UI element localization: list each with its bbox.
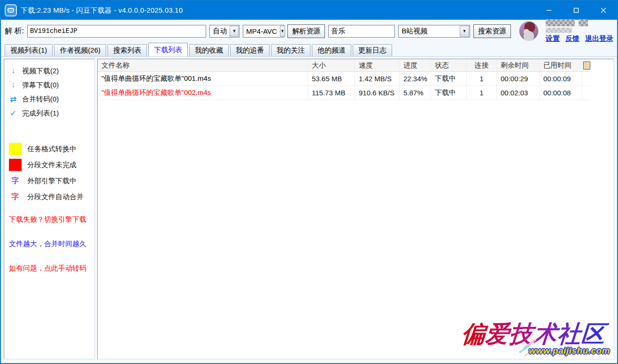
user-avatar[interactable] xyxy=(519,21,539,41)
tab-changelog[interactable]: 更新日志 xyxy=(353,44,392,56)
sidebar-item-label: 合并转码(0) xyxy=(22,95,59,104)
censored-username xyxy=(546,19,613,26)
cell-connections: 1 xyxy=(467,86,497,100)
sidebar-item-label: 视频下载(2) xyxy=(22,67,59,76)
col-connections[interactable]: 连接 xyxy=(467,59,497,71)
parse-label: 解 析: xyxy=(5,26,24,36)
col-speed[interactable]: 速度 xyxy=(355,59,400,71)
legend-item: 字 外部引擎下载中 xyxy=(9,174,90,188)
cell-status: 下载中 xyxy=(431,86,467,100)
cell-status: 下载中 xyxy=(431,72,467,85)
cell-progress: 22.34% xyxy=(400,72,431,85)
col-elapsed[interactable]: 已用时间 xyxy=(540,59,582,71)
logout-link[interactable]: 退出登录 xyxy=(585,34,613,43)
cell-remaining: 00:00:29 xyxy=(497,72,540,85)
download-table: 文件名称 大小 速度 进度 状态 连接 剩余时间 已用时间 "值得单曲循环的宝藏… xyxy=(98,59,590,100)
source-select[interactable]: B站视频 ▼ xyxy=(398,25,470,38)
sidebar-item-video-download[interactable]: ↓ 视频下载(2) xyxy=(9,64,90,78)
cell-elapsed: 00:00:09 xyxy=(540,72,582,85)
cell-speed: 910.6 KB/S xyxy=(355,86,400,100)
user-box: 设置 反馈 退出登录 xyxy=(546,19,613,43)
cell-filename: "值得单曲循环的宝藏歌单"001.m4s xyxy=(98,72,308,85)
app-window: 下载:2.23 MB/s - 闪豆下载器 - v4.0.0.0-2025.03.… xyxy=(0,0,618,364)
col-size[interactable]: 大小 xyxy=(308,59,355,71)
cell-size: 53.65 MB xyxy=(308,72,355,85)
cell-size: 115.73 MB xyxy=(308,86,355,100)
watermark-url: www.paijishu.com xyxy=(529,346,610,356)
watermark-text: 偏爱技术社区 xyxy=(461,322,611,346)
tab-bar: 视频列表(1) 作者视频(26) 搜索列表 下载列表 我的收藏 我的追番 我的关… xyxy=(1,42,617,56)
sidebar: ↓ 视频下载(2) ↓ 弹幕下载(0) ⇄ 合并转码(0) ✓ 完成列表(1) … xyxy=(4,59,95,359)
close-button[interactable] xyxy=(590,1,617,20)
col-remaining[interactable]: 剩余时间 xyxy=(497,59,540,71)
red-char-swatch: 字 xyxy=(9,192,22,202)
sidebar-tips: 下载失败？切换引擎下载 文件越大，合并时间越久 如有问题，点此手动转码 xyxy=(9,215,90,288)
yellow-swatch xyxy=(9,143,22,155)
legend-item: 分段文件未完成 xyxy=(9,158,90,172)
watermark-streaks-decoration xyxy=(517,342,545,356)
tab-search-list[interactable]: 搜索列表 xyxy=(108,44,147,56)
tab-download-list[interactable]: 下载列表 xyxy=(148,43,188,56)
tab-following[interactable]: 我的关注 xyxy=(271,44,310,56)
content-area: ↓ 视频下载(2) ↓ 弹幕下载(0) ⇄ 合并转码(0) ✓ 完成列表(1) … xyxy=(1,56,617,363)
legend-item: 字 分段文件自动合并 xyxy=(9,190,90,204)
sidebar-item-completed-list[interactable]: ✓ 完成列表(1) xyxy=(9,106,90,120)
tab-bangumi[interactable]: 我的追番 xyxy=(230,44,270,56)
transcode-arrows-icon: ⇄ xyxy=(9,94,17,104)
col-filename[interactable]: 文件名称 xyxy=(98,59,308,71)
tab-his-channel[interactable]: 他的频道 xyxy=(312,44,351,56)
minimize-button[interactable] xyxy=(535,1,563,20)
format-select[interactable]: MP4-AVC ▼ xyxy=(243,25,284,38)
feedback-link[interactable]: 反馈 xyxy=(565,34,579,43)
cell-elapsed: 00:00:08 xyxy=(540,86,582,100)
tab-author-videos[interactable]: 作者视频(26) xyxy=(54,44,106,56)
window-title: 下载:2.23 MB/s - 闪豆下载器 - v4.0.0.0-2025.03.… xyxy=(21,6,183,15)
search-input[interactable] xyxy=(328,25,395,38)
tab-video-list[interactable]: 视频列表(1) xyxy=(5,44,53,56)
maximize-button[interactable] xyxy=(563,1,590,20)
chevron-down-icon[interactable]: ▼ xyxy=(230,26,239,37)
cell-remaining: 00:02:03 xyxy=(497,86,540,100)
legend-item: 任务格式转换中 xyxy=(9,142,90,156)
check-icon: ✓ xyxy=(9,108,17,118)
parse-input[interactable] xyxy=(27,25,206,38)
chevron-down-icon[interactable]: ▼ xyxy=(280,26,285,37)
toolbar: 解 析: 自动 ▼ MP4-AVC ▼ 解析资源 B站视频 ▼ 搜索资源 设置 … xyxy=(1,20,617,42)
cell-progress: 5.87% xyxy=(400,86,431,100)
watermark: 偏爱技术社区 www.paijishu.com xyxy=(462,322,611,356)
download-arrow-icon: ↓ xyxy=(9,80,17,90)
sidebar-item-label: 完成列表(1) xyxy=(22,109,59,118)
download-table-panel: 文件名称 大小 速度 进度 状态 连接 剩余时间 已用时间 "值得单曲循环的宝藏… xyxy=(97,59,614,359)
cell-connections: 1 xyxy=(467,72,497,85)
cell-speed: 1.42 MB/S xyxy=(355,72,400,85)
status-legend: 任务格式转换中 分段文件未完成 字 外部引擎下载中 字 分段文件自动合并 xyxy=(9,142,90,204)
table-row[interactable]: "值得单曲循环的宝藏歌单"001.m4s 53.65 MB 1.42 MB/S … xyxy=(98,72,590,86)
table-row[interactable]: "值得单曲循环的宝藏歌单"002.m4s 115.73 MB 910.6 KB/… xyxy=(98,86,590,100)
search-resource-button[interactable]: 搜索资源 xyxy=(473,24,511,38)
header-corner-button[interactable] xyxy=(583,62,590,70)
red-swatch xyxy=(9,159,22,171)
sidebar-item-danmaku-download[interactable]: ↓ 弹幕下载(0) xyxy=(9,78,90,92)
tip-switch-engine[interactable]: 下载失败？切换引擎下载 xyxy=(9,215,90,224)
tip-manual-transcode[interactable]: 如有问题，点此手动转码 xyxy=(9,264,90,273)
chevron-down-icon[interactable]: ▼ xyxy=(460,26,469,37)
download-arrow-icon: ↓ xyxy=(9,66,17,76)
censored-username-line2 xyxy=(546,28,572,33)
purple-char-swatch: 字 xyxy=(9,176,22,186)
tip-merge-time: 文件越大，合并时间越久 xyxy=(9,240,90,248)
col-progress[interactable]: 进度 xyxy=(400,59,431,71)
tab-favorites[interactable]: 我的收藏 xyxy=(189,44,229,56)
sidebar-item-merge-transcode[interactable]: ⇄ 合并转码(0) xyxy=(9,92,90,106)
quality-select[interactable]: 自动 ▼ xyxy=(209,25,239,38)
col-status[interactable]: 状态 xyxy=(431,59,467,71)
table-header: 文件名称 大小 速度 进度 状态 连接 剩余时间 已用时间 xyxy=(98,59,590,72)
title-bar: 下载:2.23 MB/s - 闪豆下载器 - v4.0.0.0-2025.03.… xyxy=(1,1,617,20)
parse-resource-button[interactable]: 解析资源 xyxy=(287,24,325,38)
sidebar-item-label: 弹幕下载(0) xyxy=(22,81,59,90)
settings-link[interactable]: 设置 xyxy=(546,34,560,43)
app-icon xyxy=(5,4,17,16)
cell-filename: "值得单曲循环的宝藏歌单"002.m4s xyxy=(98,86,308,100)
